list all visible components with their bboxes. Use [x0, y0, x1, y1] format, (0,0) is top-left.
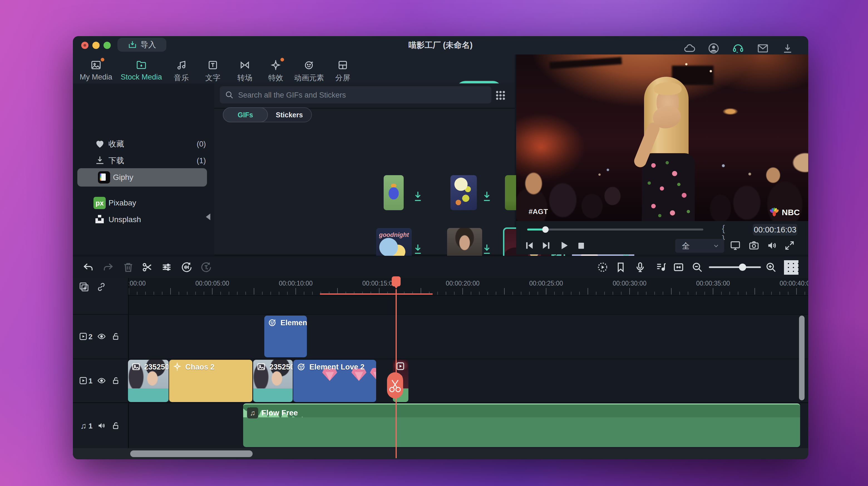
marker-button[interactable] — [615, 261, 627, 273]
zoom-out-icon[interactable] — [691, 261, 704, 273]
timecode-display: 00:00:16:03 — [753, 224, 797, 235]
sidebar-item-unsplash[interactable]: Unsplash — [73, 211, 214, 228]
clip-image-1[interactable]: 235250 — [128, 360, 168, 402]
scale-label: 全 — [682, 241, 690, 251]
timeline-zoom-slider[interactable] — [709, 266, 761, 268]
previous-frame-button[interactable] — [524, 240, 536, 252]
ruler-label: 00:00:20:00 — [446, 280, 479, 287]
undo-button[interactable] — [82, 261, 95, 273]
support-headset-icon[interactable] — [732, 42, 744, 55]
video-preview[interactable]: #AGT NBC — [516, 55, 808, 221]
track-number: 1 — [89, 377, 92, 385]
clip-chaos2[interactable]: Chaos 2 — [169, 360, 252, 402]
eye-icon[interactable] — [97, 332, 106, 342]
clip-title: Element — [280, 319, 307, 327]
download-gif-icon[interactable] — [413, 243, 423, 255]
clip-title: 235250 — [269, 363, 293, 371]
redo-button[interactable] — [102, 261, 115, 273]
split-scissors-button[interactable] — [141, 261, 154, 273]
clip-title: Flow Free — [261, 409, 298, 417]
zoom-slider-handle[interactable] — [739, 264, 746, 271]
tab-gifs[interactable]: GIFs — [223, 107, 268, 122]
playhead-handle[interactable] — [392, 277, 401, 286]
video-track-icon — [79, 332, 88, 342]
add-track-icon[interactable] — [79, 281, 90, 292]
track-manager-icon[interactable] — [784, 260, 799, 275]
display-device-icon[interactable] — [730, 240, 742, 252]
clip-body — [128, 388, 168, 402]
clip-element-track2[interactable]: Element — [264, 316, 307, 357]
gif-thumbnail[interactable] — [451, 175, 477, 210]
sidebar-item-label: 下载 — [108, 155, 124, 166]
play-button[interactable] — [558, 240, 570, 252]
audio-mixer-button[interactable] — [655, 261, 668, 273]
stop-button[interactable] — [576, 240, 588, 252]
element-smiley-icon — [268, 318, 278, 328]
eye-icon[interactable] — [97, 376, 106, 386]
vertical-scrollbar-thumb[interactable] — [799, 316, 805, 400]
scissors-cut-cursor[interactable] — [387, 372, 403, 398]
music-note-icon: ♫ — [247, 407, 258, 418]
lock-icon[interactable] — [112, 376, 121, 386]
cloud-icon[interactable] — [683, 42, 695, 55]
sidebar-item-favorites[interactable]: 收藏 (0) — [73, 135, 214, 153]
timeline-ruler[interactable]: 00:00:00:00 00:00:05:00 00:00:10:00 00:0… — [128, 278, 808, 296]
audio-track-icon: ♫ — [81, 421, 87, 431]
sidebar-item-giphy[interactable]: Giphy — [78, 168, 207, 187]
rendered-region-indicator — [320, 293, 433, 295]
ruler-label: 00:00:00:00 — [128, 280, 146, 287]
agt-watermark: #AGT — [529, 207, 548, 216]
lock-icon[interactable] — [112, 421, 121, 431]
clip-body — [253, 388, 293, 402]
fullscreen-icon[interactable] — [784, 240, 796, 252]
desktop-background: 导入 喵影工厂 (未命名) My Media Stock Media 音乐 — [0, 0, 868, 486]
download-gif-icon[interactable] — [482, 190, 492, 202]
download-icon — [95, 155, 106, 166]
preview-scale-dropdown[interactable]: 全 — [675, 239, 724, 253]
sidebar-item-label: Giphy — [113, 173, 133, 182]
clip-element-love[interactable]: Element Love 2 — [293, 360, 376, 402]
next-frame-button[interactable] — [540, 240, 553, 252]
volume-icon[interactable] — [767, 240, 779, 252]
mail-icon[interactable] — [757, 42, 769, 55]
account-icon[interactable] — [708, 42, 720, 55]
stock-media-icon — [136, 60, 147, 71]
speaker-icon[interactable] — [97, 421, 106, 431]
seek-row: { } 00:00:16:03 — [516, 221, 808, 238]
record-voiceover-button[interactable] — [634, 261, 647, 273]
search-bar[interactable] — [220, 86, 491, 103]
tab-splitscreen[interactable]: 分屏 — [318, 60, 368, 83]
speech-to-text-button[interactable] — [200, 261, 213, 273]
tab-my-media[interactable]: My Media — [73, 60, 121, 82]
clip-image-2[interactable]: 235250 — [253, 360, 293, 402]
ruler-label: 00:00:05:00 — [195, 280, 229, 287]
gif-thumbnail[interactable] — [384, 175, 404, 210]
tab-stickers[interactable]: Stickers — [267, 108, 311, 122]
seek-bar[interactable] — [527, 229, 703, 230]
apps-grid-icon[interactable] — [496, 91, 505, 100]
horizontal-scrollbar-thumb[interactable] — [130, 450, 253, 457]
ruler-label: 00:00:35:00 — [696, 280, 730, 287]
render-preview-button[interactable] — [597, 261, 609, 273]
horizontal-scrollbar-track[interactable] — [73, 448, 808, 459]
lock-icon[interactable] — [112, 332, 121, 342]
sidebar-item-pixabay[interactable]: px Pixabay — [73, 194, 214, 212]
search-input[interactable] — [238, 86, 484, 104]
delete-button[interactable] — [122, 261, 135, 273]
fit-timeline-button[interactable] — [673, 261, 685, 273]
download-updates-icon[interactable] — [781, 42, 794, 55]
download-gif-icon[interactable] — [413, 190, 423, 202]
link-clips-icon[interactable] — [96, 281, 107, 292]
seek-handle[interactable] — [542, 226, 549, 233]
zoom-in-icon[interactable] — [765, 261, 777, 273]
download-gif-icon[interactable] — [482, 243, 492, 255]
snapshot-camera-icon[interactable] — [748, 240, 761, 252]
sidebar-item-label: Pixabay — [108, 198, 136, 207]
sidebar-item-downloads[interactable]: 下载 (1) — [73, 152, 214, 169]
sidebar-collapse-arrow[interactable] — [206, 214, 210, 220]
media-tabbar: My Media Stock Media 音乐 文字 转场 特效 — [73, 55, 515, 84]
adjust-properties-button[interactable] — [161, 261, 173, 273]
gif-sticker-toggle: GIFs Stickers — [223, 107, 312, 122]
clip-audio-flowfree[interactable]: ♫ Flow Free — [243, 403, 800, 447]
audio-denoise-button[interactable] — [181, 261, 193, 273]
